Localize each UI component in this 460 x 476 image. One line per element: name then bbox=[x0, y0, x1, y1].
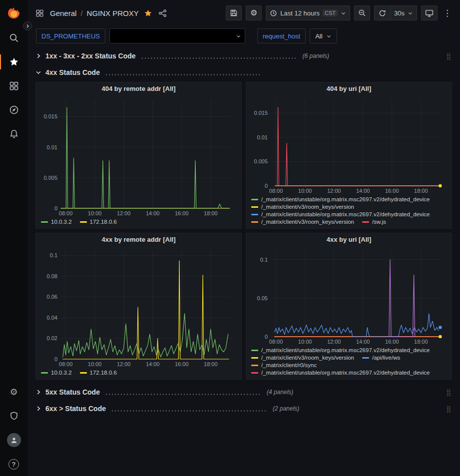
legend-item[interactable]: 10.0.3.2 bbox=[41, 370, 72, 376]
legend-item[interactable]: /_matrix/client/unstable/org.matrix.msc2… bbox=[251, 211, 430, 217]
row-1xx-3xx-2xx[interactable]: 1xx - 3xx - 2xx Status Code (6 panels) ⣿ bbox=[35, 48, 452, 63]
plot-area: 08:0010:0012:0014:0016:0018:0000.020.040… bbox=[39, 246, 238, 368]
breadcrumb-folder[interactable]: General bbox=[50, 9, 76, 17]
gear-icon: ⚙ bbox=[9, 388, 17, 397]
refresh-button[interactable] bbox=[374, 5, 390, 20]
legend-item[interactable]: /sw.js bbox=[362, 219, 386, 225]
request-host-variable-label[interactable]: request_host bbox=[257, 28, 306, 43]
panel-title[interactable]: 4xx by uri [All] bbox=[249, 233, 449, 246]
svg-text:0.08: 0.08 bbox=[47, 273, 57, 279]
panel-4xx-by-uri[interactable]: 4xx by uri [All] 08:0010:0012:0014:0016:… bbox=[246, 233, 452, 380]
save-dashboard-button[interactable] bbox=[226, 5, 242, 20]
svg-text:16:00: 16:00 bbox=[175, 361, 189, 367]
row-4xx[interactable]: 4xx Status Code bbox=[35, 65, 452, 80]
sidebar-item-alerting[interactable] bbox=[0, 122, 27, 146]
row-drag-handle[interactable]: ⣿ bbox=[445, 389, 452, 396]
sidebar-item-search[interactable] bbox=[0, 26, 27, 50]
panel-404-by-remote-addr[interactable]: 404 by remote addr [All] 08:0010:0012:00… bbox=[35, 82, 242, 229]
clock-icon bbox=[270, 9, 277, 17]
search-icon bbox=[9, 33, 19, 43]
legend-swatch bbox=[41, 372, 48, 374]
row-title: 4xx Status Code bbox=[45, 68, 100, 76]
kebab-icon: ⋮ bbox=[443, 8, 452, 18]
dotted-leader bbox=[111, 410, 267, 412]
svg-text:08:00: 08:00 bbox=[269, 188, 283, 194]
zoom-out-button[interactable] bbox=[354, 5, 370, 20]
svg-text:12:00: 12:00 bbox=[117, 210, 131, 216]
monitor-icon bbox=[425, 9, 434, 17]
gear-icon: ⚙ bbox=[250, 9, 257, 17]
svg-text:16:00: 16:00 bbox=[175, 210, 189, 216]
dashboard-canvas: 1xx - 3xx - 2xx Status Code (6 panels) ⣿… bbox=[27, 46, 460, 476]
sidebar-item-starred[interactable] bbox=[0, 50, 27, 74]
svg-text:14:00: 14:00 bbox=[146, 361, 160, 367]
svg-text:16:00: 16:00 bbox=[385, 339, 399, 345]
legend-item[interactable]: /_matrix/client/v3/room_keys/version bbox=[251, 204, 354, 210]
panel-4xx-by-remote-addr[interactable]: 4xx by remote addr [All] 08:0010:0012:00… bbox=[35, 233, 242, 380]
legend-item[interactable]: /_matrix/client/unstable/org.matrix.msc2… bbox=[251, 196, 430, 202]
svg-text:0.04: 0.04 bbox=[47, 315, 57, 321]
compass-icon bbox=[9, 105, 19, 115]
share-icon bbox=[158, 9, 167, 17]
svg-text:12:00: 12:00 bbox=[117, 361, 131, 367]
breadcrumb-separator: / bbox=[80, 9, 82, 17]
legend-item[interactable]: /_matrix/client/v3/room_keys/version bbox=[251, 355, 354, 361]
svg-text:16:00: 16:00 bbox=[385, 188, 399, 194]
row-panel-count: (2 panels) bbox=[273, 405, 299, 412]
legend-swatch bbox=[251, 221, 258, 223]
panel-404-by-uri[interactable]: 404 by uri [All] 08:0010:0012:0014:0016:… bbox=[246, 82, 452, 229]
svg-text:12:00: 12:00 bbox=[327, 188, 341, 194]
legend-item[interactable]: 172.18.0.6 bbox=[80, 219, 117, 225]
breadcrumb-dashboard-title[interactable]: NGINX PROXY bbox=[87, 9, 139, 17]
datasource-value-select[interactable] bbox=[109, 28, 245, 43]
tv-mode-button[interactable] bbox=[421, 5, 438, 20]
time-range-picker[interactable]: Last 12 hours CST bbox=[266, 5, 350, 20]
svg-text:0.015: 0.015 bbox=[254, 110, 268, 116]
legend-item[interactable]: /_matrix/client/unstable/org.matrix.msc2… bbox=[251, 370, 430, 376]
refresh-interval-picker[interactable]: 30s bbox=[390, 5, 417, 20]
legend-swatch bbox=[251, 357, 258, 359]
sidebar-item-profile[interactable] bbox=[0, 428, 27, 452]
sidebar-item-help[interactable]: ? bbox=[0, 452, 27, 476]
legend-item[interactable]: /api/live/ws bbox=[362, 355, 400, 361]
sidebar-item-configuration[interactable]: ⚙ bbox=[0, 380, 27, 404]
favorite-star-button[interactable] bbox=[143, 9, 153, 17]
svg-text:0.06: 0.06 bbox=[47, 294, 57, 300]
legend-item[interactable]: 172.18.0.6 bbox=[80, 370, 117, 376]
sidenav-spacer bbox=[0, 146, 27, 380]
sidebar-item-dashboards[interactable] bbox=[0, 74, 27, 98]
legend-item[interactable]: 10.0.3.2 bbox=[41, 219, 72, 225]
side-menu: ⚙ ? bbox=[0, 0, 27, 476]
legend-item[interactable]: /_matrix/client/r0/sync bbox=[251, 362, 317, 368]
request-host-value-select[interactable]: All bbox=[310, 28, 337, 43]
svg-text:18:00: 18:00 bbox=[414, 188, 428, 194]
row-drag-handle[interactable]: ⣿ bbox=[445, 405, 452, 413]
panel-title[interactable]: 404 by uri [All] bbox=[249, 82, 449, 95]
more-options-button[interactable]: ⋮ bbox=[442, 8, 453, 18]
chevron-right-icon bbox=[35, 406, 45, 412]
row-panel-count: (6 panels) bbox=[303, 52, 329, 59]
legend-item[interactable]: /_matrix/client/v3/room_keys/version bbox=[251, 219, 354, 225]
row-title: 6xx > Status Code bbox=[45, 405, 106, 413]
share-dashboard-button[interactable] bbox=[157, 9, 168, 17]
legend-item[interactable]: /_matrix/client/unstable/org.matrix.msc2… bbox=[251, 347, 430, 353]
dotted-leader bbox=[105, 74, 261, 75]
plot-area: 08:0010:0012:0014:0016:0018:0000.0050.01… bbox=[39, 95, 238, 217]
legend-label: /_matrix/client/r0/sync bbox=[261, 362, 317, 368]
shield-icon bbox=[9, 411, 19, 421]
row-5xx[interactable]: 5xx Status Code (4 panels) ⣿ bbox=[35, 385, 452, 400]
chevron-down-icon bbox=[326, 33, 332, 39]
row-drag-handle[interactable]: ⣿ bbox=[445, 52, 452, 60]
save-icon bbox=[230, 9, 238, 17]
chart-svg: 08:0010:0012:0014:0016:0018:0000.050.1 bbox=[249, 246, 449, 346]
sidebar-item-explore[interactable] bbox=[0, 98, 27, 122]
datasource-variable-label[interactable]: DS_PROMETHEUS bbox=[36, 28, 105, 43]
panel-title[interactable]: 4xx by remote addr [All] bbox=[39, 233, 238, 246]
row-6xx[interactable]: 6xx > Status Code (2 panels) ⣿ bbox=[35, 401, 452, 416]
panel-title[interactable]: 404 by remote addr [All] bbox=[39, 82, 238, 95]
svg-text:0.05: 0.05 bbox=[257, 295, 268, 301]
dashboard-settings-button[interactable]: ⚙ bbox=[246, 5, 262, 20]
grafana-logo[interactable] bbox=[0, 2, 27, 26]
sidebar-item-server-admin[interactable] bbox=[0, 404, 27, 428]
sidebar-expand-toggle[interactable] bbox=[23, 21, 32, 30]
